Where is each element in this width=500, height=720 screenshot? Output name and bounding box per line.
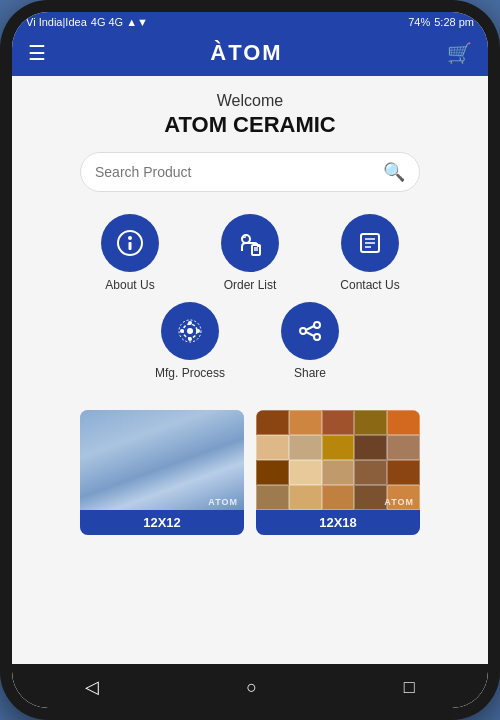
contact-us-label: Contact Us — [340, 278, 399, 292]
svg-point-16 — [180, 329, 184, 333]
icon-grid: About Us — [80, 214, 420, 390]
svg-point-11 — [187, 328, 193, 334]
mosaic-cell — [256, 435, 289, 460]
phone-frame: Vi India|Idea 4G 4G ▲▼ 74% 5:28 pm ☰ ÀTO… — [0, 0, 500, 720]
product-img-blue — [80, 410, 244, 510]
svg-point-14 — [188, 321, 192, 325]
mosaic-cell — [256, 485, 289, 510]
search-bar[interactable]: 🔍 — [80, 152, 420, 192]
search-input[interactable] — [95, 164, 383, 180]
about-us-icon — [101, 214, 159, 272]
menu-icon[interactable]: ☰ — [28, 41, 46, 65]
back-button[interactable]: ◁ — [65, 672, 119, 702]
mosaic-cell — [256, 410, 289, 435]
svg-line-22 — [306, 332, 314, 336]
order-list-icon — [221, 214, 279, 272]
mfg-process-button[interactable]: Mfg. Process — [150, 302, 230, 380]
product-card-12x12[interactable]: ATOM 12X12 — [80, 410, 244, 535]
product-grid: ATOM 12X12 — [80, 410, 420, 535]
product-img-mosaic — [256, 410, 420, 510]
product-label-12x12: 12X12 — [80, 510, 244, 535]
mosaic-cell — [387, 460, 420, 485]
cart-icon[interactable]: 🛒 — [447, 41, 472, 65]
svg-point-17 — [196, 329, 200, 333]
svg-point-20 — [314, 334, 320, 340]
recents-button[interactable]: □ — [384, 673, 435, 702]
mfg-process-icon — [161, 302, 219, 360]
top-nav: ☰ ÀTOM 🛒 — [12, 32, 488, 76]
svg-point-15 — [188, 337, 192, 341]
product-label-12x18: 12X18 — [256, 510, 420, 535]
product-card-12x18[interactable]: ATOM 12X18 — [256, 410, 420, 535]
mosaic-grid — [256, 410, 420, 510]
mosaic-cell — [322, 435, 355, 460]
mosaic-cell — [289, 460, 322, 485]
atom-watermark-1: ATOM — [208, 497, 238, 507]
mosaic-cell — [289, 410, 322, 435]
atom-watermark-2: ATOM — [384, 497, 414, 507]
company-name: ATOM CERAMIC — [164, 112, 336, 138]
mosaic-cell — [256, 460, 289, 485]
app-logo: ÀTOM — [210, 40, 282, 66]
status-bar: Vi India|Idea 4G 4G ▲▼ 74% 5:28 pm — [12, 12, 488, 32]
mosaic-cell — [354, 485, 387, 510]
order-list-label: Order List — [224, 278, 277, 292]
mosaic-cell — [354, 460, 387, 485]
share-button[interactable]: Share — [270, 302, 350, 380]
svg-line-21 — [306, 326, 314, 330]
mfg-process-label: Mfg. Process — [155, 366, 225, 380]
svg-point-19 — [300, 328, 306, 334]
mosaic-cell — [354, 435, 387, 460]
contact-us-button[interactable]: Contact Us — [330, 214, 410, 292]
mosaic-cell — [387, 435, 420, 460]
phone-screen: Vi India|Idea 4G 4G ▲▼ 74% 5:28 pm ☰ ÀTO… — [12, 12, 488, 708]
mosaic-cell — [387, 410, 420, 435]
mosaic-cell — [289, 485, 322, 510]
svg-point-18 — [314, 322, 320, 328]
search-icon[interactable]: 🔍 — [383, 161, 405, 183]
mosaic-cell — [354, 410, 387, 435]
mosaic-cell — [322, 460, 355, 485]
share-label: Share — [294, 366, 326, 380]
svg-rect-2 — [129, 242, 132, 250]
svg-point-1 — [128, 236, 132, 240]
home-button[interactable]: ○ — [226, 673, 277, 702]
contact-us-icon — [341, 214, 399, 272]
icon-row-1: About Us — [90, 214, 410, 292]
icon-row-2: Mfg. Process Share — [150, 302, 350, 380]
mosaic-cell — [289, 435, 322, 460]
svg-point-3 — [242, 235, 250, 243]
share-icon — [281, 302, 339, 360]
status-carrier: Vi India|Idea 4G 4G ▲▼ — [26, 16, 148, 28]
bottom-nav: ◁ ○ □ — [12, 664, 488, 708]
about-us-label: About Us — [105, 278, 154, 292]
main-content: Welcome ATOM CERAMIC 🔍 — [12, 76, 488, 664]
status-right: 74% 5:28 pm — [408, 16, 474, 28]
welcome-text: Welcome — [217, 92, 283, 110]
about-us-button[interactable]: About Us — [90, 214, 170, 292]
mosaic-cell — [322, 485, 355, 510]
mosaic-cell — [322, 410, 355, 435]
order-list-button[interactable]: Order List — [210, 214, 290, 292]
